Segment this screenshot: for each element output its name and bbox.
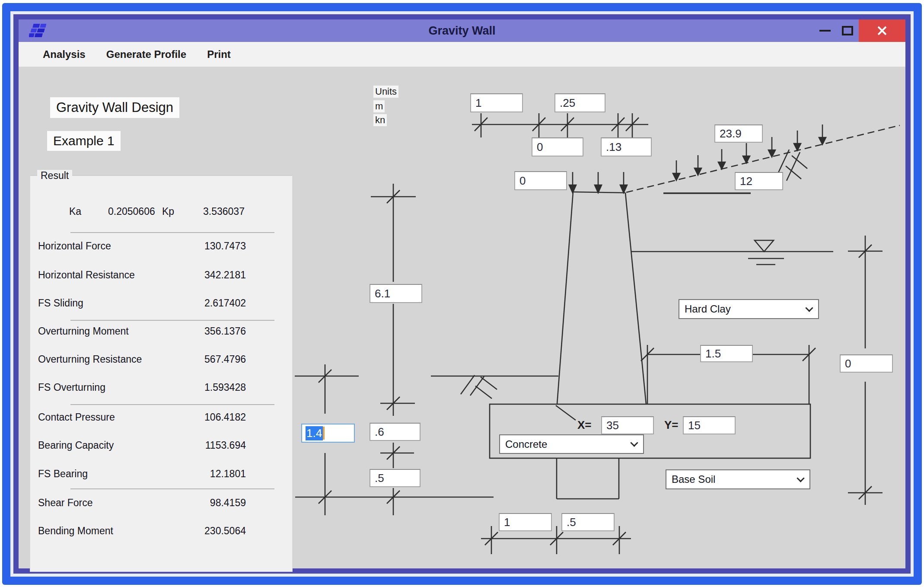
x-coord-input[interactable] [601, 416, 654, 434]
row-value: 230.5064 [204, 525, 246, 537]
example-label: Example 1 [47, 131, 121, 151]
result-row: Contact Pressure 106.4182 [30, 412, 292, 426]
separator [70, 232, 274, 233]
maximize-button[interactable] [836, 19, 859, 42]
row-value: 2.617402 [204, 297, 246, 309]
base-soil-value: Base Soil [672, 473, 715, 485]
base-soil-select[interactable]: Base Soil [666, 469, 810, 489]
slope-angle-input[interactable] [735, 172, 783, 190]
row-value: 1.593428 [204, 382, 246, 393]
close-button[interactable] [859, 19, 905, 42]
ka-kp-row: Ka 0.2050606 Kp 3.536037 [30, 206, 292, 220]
minimize-button[interactable] [814, 19, 836, 42]
water-depth-right-input[interactable] [840, 354, 893, 373]
row-value: 106.4182 [204, 412, 246, 423]
dim-point5-input[interactable] [370, 469, 421, 487]
result-row: Shear Force 98.4159 [30, 497, 292, 512]
units-label: Units [373, 86, 398, 98]
minimize-icon [819, 30, 831, 32]
row-value: 130.7473 [204, 240, 246, 252]
stem-top-left-input[interactable] [470, 93, 523, 112]
result-row: FS Overturning 1.593428 [30, 382, 292, 396]
y-coord-input[interactable] [683, 416, 736, 434]
toe-width-input[interactable] [499, 513, 552, 531]
result-row: Horizontal Force 130.7473 [30, 240, 292, 255]
menubar: Analysis Generate Profile Print [19, 42, 905, 67]
row-value: 356.1376 [204, 325, 246, 337]
ka-label: Ka [69, 206, 81, 217]
row-label: Bending Moment [38, 525, 113, 537]
kp-label: Kp [162, 206, 174, 217]
row-value: 12.1801 [210, 468, 246, 480]
result-groupbox: Result Ka 0.2050606 Kp 3.536037 Horizont… [30, 175, 293, 572]
surcharge-wall-input[interactable] [514, 171, 567, 190]
selected-text: 1.4 [306, 426, 323, 440]
row-value: 342.2181 [204, 269, 246, 281]
maximize-icon [842, 26, 853, 35]
stem-height-input[interactable] [370, 284, 422, 303]
result-row: FS Bearing 12.1801 [30, 468, 292, 483]
row-label: Horizontal Resistance [38, 269, 135, 281]
result-row: Overturning Moment 356.1376 [30, 325, 292, 340]
backfill-soil-select[interactable]: Hard Clay [679, 299, 819, 319]
y-label: Y= [664, 418, 679, 432]
row-value: 567.4796 [204, 354, 246, 365]
titlebar: Gravity Wall [19, 19, 905, 42]
screenshot-root: Gravity Wall Analysis Generate Profile P… [0, 0, 924, 587]
unit-force-label: kn [373, 114, 387, 126]
chevron-down-icon [797, 474, 804, 482]
row-label: Bearing Capacity [38, 440, 114, 451]
result-row: Bearing Capacity 1153.694 [30, 440, 292, 454]
result-group-label: Result [37, 170, 72, 182]
heel-length-input[interactable] [700, 345, 753, 362]
menu-print[interactable]: Print [207, 48, 231, 61]
row-label: FS Overturning [38, 382, 105, 393]
separator [70, 404, 274, 405]
row-label: Overturning Moment [38, 325, 129, 337]
menu-generate-profile[interactable]: Generate Profile [106, 48, 186, 61]
dim-point6-input[interactable] [370, 423, 421, 441]
result-row: FS Sliding 2.617402 [30, 297, 292, 312]
front-batter-input[interactable] [532, 137, 583, 156]
key-width-input[interactable] [561, 513, 615, 531]
row-value: 98.4159 [210, 497, 246, 509]
window-title: Gravity Wall [19, 24, 905, 38]
backfill-soil-value: Hard Clay [685, 303, 731, 315]
separator [70, 320, 274, 321]
back-batter-input[interactable] [601, 137, 652, 156]
wall-material-select[interactable]: Concrete [499, 434, 644, 454]
window-controls [814, 19, 905, 42]
result-row: Bending Moment 230.5064 [30, 525, 292, 540]
separator [70, 488, 274, 489]
result-row: Horizontal Resistance 342.2181 [30, 269, 292, 284]
chevron-down-icon [630, 439, 638, 447]
row-label: Contact Pressure [38, 412, 115, 423]
row-label: FS Bearing [38, 468, 88, 480]
row-label: FS Sliding [38, 297, 83, 309]
unit-length-label: m [373, 100, 385, 112]
ka-value: 0.2050606 [108, 206, 155, 217]
row-label: Horizontal Force [38, 240, 111, 252]
row-label: Shear Force [38, 497, 93, 509]
text-caret [323, 427, 325, 440]
wall-material-value: Concrete [505, 438, 547, 450]
front-depth-input[interactable]: 1.4 [301, 424, 355, 443]
x-label: X= [577, 418, 592, 432]
result-row: Overturning Resistance 567.4796 [30, 354, 292, 368]
row-label: Overturning Resistance [38, 354, 142, 365]
chevron-down-icon [805, 304, 813, 312]
surcharge-slope-input[interactable] [714, 124, 763, 143]
app-window: Gravity Wall Analysis Generate Profile P… [13, 14, 911, 574]
row-value: 1153.694 [205, 440, 246, 451]
close-icon [876, 25, 888, 36]
menu-analysis[interactable]: Analysis [43, 48, 86, 61]
crest-width-input[interactable] [554, 93, 605, 112]
page-title: Gravity Wall Design [50, 97, 179, 118]
kp-value: 3.536037 [203, 206, 245, 217]
